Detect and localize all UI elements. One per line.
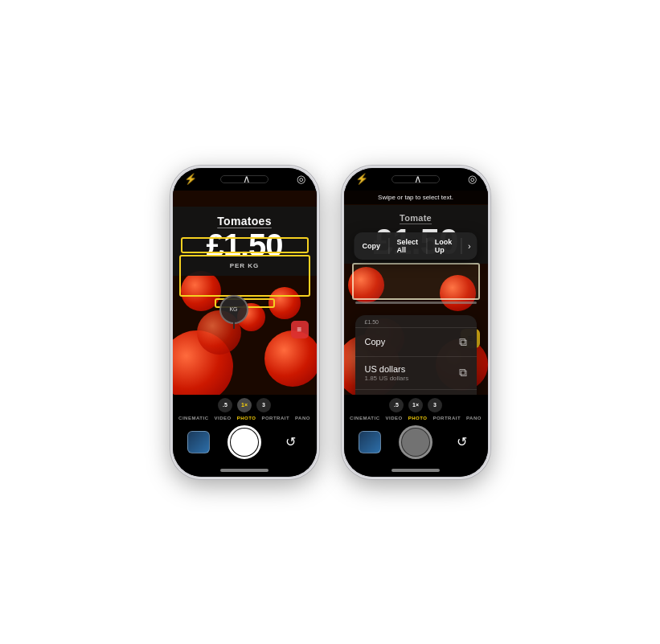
mode-cinematic[interactable]: CINEMATIC	[178, 416, 208, 420]
shutter-row: ↺	[181, 425, 309, 459]
right-flash-icon[interactable]: ⚡	[355, 173, 368, 185]
copy-icon: ⧉	[459, 335, 467, 349]
right-settings-icon[interactable]: ◎	[468, 173, 477, 185]
magnifier: KG	[219, 295, 248, 324]
right-mode-pano[interactable]: PANO	[466, 416, 482, 420]
flip-camera-button[interactable]: ↺	[280, 431, 302, 453]
right-camera-bottom: .5 1× 3 CINEMATIC VIDEO PHOTO PORTRAIT P…	[344, 395, 488, 464]
right-zoom-3[interactable]: 3	[428, 398, 442, 412]
right-topbar: ⚡ ∧ ◎	[344, 168, 488, 191]
zoom-1x[interactable]: 1×	[237, 398, 252, 412]
copy-button[interactable]: Copy	[354, 236, 388, 256]
home-indicator	[173, 464, 317, 477]
selection-highlight	[352, 263, 480, 300]
right-zoom-controls: .5 1× 3	[352, 398, 480, 412]
mode-icon[interactable]: ∧	[243, 173, 251, 185]
settings-icon[interactable]: ◎	[297, 173, 305, 185]
zoom-controls: .5 1× 3	[181, 398, 309, 412]
price-separator	[355, 301, 477, 304]
right-zoom-05[interactable]: .5	[389, 398, 404, 412]
dropdown-header: £1.50	[355, 315, 477, 328]
right-mode-portrait[interactable]: PORTRAIT	[432, 416, 461, 420]
zoom-3[interactable]: 3	[256, 398, 271, 412]
mode-pano[interactable]: PANO	[295, 416, 310, 420]
left-camera-bottom: .5 1× 3 CINEMATIC VIDEO PHOTO PORTRAIT P…	[173, 395, 317, 464]
left-viewfinder: Tomatoes £1.50 PER KG KG ≡	[173, 191, 317, 395]
dropdown-currency-row[interactable]: US dollars 1.85 US dollars ⧉	[355, 357, 477, 390]
main-container: ⚡ ∧ ◎ Tomatoes £1.50	[170, 166, 490, 479]
flash-icon[interactable]: ⚡	[184, 173, 197, 185]
swipe-hint: Swipe or tap to select text.	[344, 191, 488, 204]
zoom-05[interactable]: .5	[218, 398, 232, 412]
right-mode-icon[interactable]: ∧	[414, 173, 422, 185]
mode-bar: CINEMATIC VIDEO PHOTO PORTRAIT PANO	[181, 416, 309, 420]
text-outline-2	[179, 255, 310, 297]
left-topbar: ⚡ ∧ ◎	[173, 168, 317, 191]
right-shutter-button[interactable]	[399, 425, 432, 459]
shutter-button[interactable]	[228, 425, 261, 459]
right-mode-photo[interactable]: PHOTO	[408, 416, 428, 420]
photo-thumbnail[interactable]	[187, 431, 210, 453]
right-photo-thumbnail[interactable]	[359, 431, 381, 453]
more-button[interactable]: ›	[461, 236, 478, 256]
context-menu-bar: Copy Select All Look Up ›	[354, 232, 477, 260]
right-home-indicator	[344, 464, 488, 477]
left-phone: ⚡ ∧ ◎ Tomatoes £1.50	[170, 166, 319, 479]
home-bar	[220, 469, 269, 472]
live-text-icon-red[interactable]: ≡	[291, 321, 309, 338]
mode-portrait[interactable]: PORTRAIT	[261, 416, 289, 420]
dropdown-panel: £1.50 Copy ⧉ US dollars 1.85 US dollars	[355, 315, 477, 395]
currency-copy-icon: ⧉	[459, 366, 467, 379]
look-up-button[interactable]: Look Up	[427, 232, 461, 260]
dropdown-currency-label: US dollars	[365, 364, 409, 374]
product-name: Tomatoes	[179, 215, 310, 228]
right-mode-cinematic[interactable]: CINEMATIC	[350, 416, 379, 420]
dropdown-copy-label: Copy	[365, 337, 386, 347]
right-product-name-partial: Tomate	[350, 213, 482, 223]
right-zoom-1x[interactable]: 1×	[408, 398, 423, 412]
right-shutter-row: ↺	[352, 425, 480, 459]
right-viewfinder: Swipe or tap to select text. Copy Select…	[344, 191, 488, 395]
right-mode-bar: CINEMATIC VIDEO PHOTO PORTRAIT PANO	[352, 416, 480, 420]
dropdown-footer-row: ⚖ £1.50	[355, 390, 477, 395]
mode-photo[interactable]: PHOTO	[237, 416, 256, 420]
dropdown-currency-sub: 1.85 US dollars	[365, 375, 409, 382]
dropdown-copy-row[interactable]: Copy ⧉	[355, 328, 477, 357]
mode-video[interactable]: VIDEO	[214, 416, 231, 420]
right-mode-video[interactable]: VIDEO	[385, 416, 402, 420]
select-all-button[interactable]: Select All	[389, 232, 427, 260]
right-phone: ⚡ ∧ ◎ Swipe or tap to select text.	[342, 166, 490, 479]
text-outline-1	[181, 237, 309, 253]
right-home-bar	[391, 469, 440, 472]
right-flip-camera-button[interactable]: ↺	[451, 431, 473, 453]
